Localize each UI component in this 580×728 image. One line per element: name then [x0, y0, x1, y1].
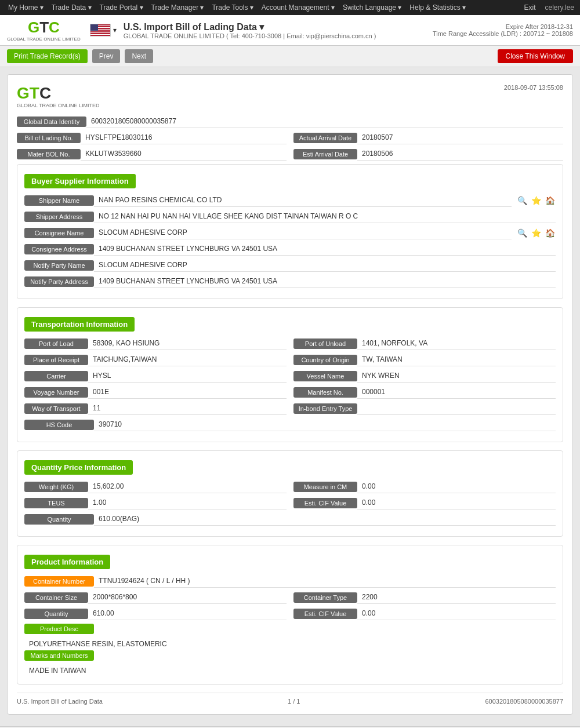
shipper-name-label: Shipper Name — [24, 195, 94, 206]
record-footer: U.S. Import Bill of Lading Data 1 / 1 60… — [17, 693, 563, 705]
nav-my-home[interactable]: My Home ▾ — [5, 0, 47, 15]
voyage-manifest-row: Voyage Number 001E Manifest No. 000001 — [24, 386, 556, 399]
way-transport-label: Way of Transport — [24, 403, 88, 414]
teus-half: TEUS 1.00 — [24, 497, 287, 509]
esti-cif-label: Esti. CIF Value — [293, 498, 357, 508]
place-receipt-value: TAICHUNG,TAIWAN — [88, 354, 287, 366]
port-row: Port of Load 58309, KAO HSIUNG Port of U… — [24, 337, 556, 350]
company-logo: GTC GLOBAL TRADE ONLINE LIMITED — [7, 19, 81, 42]
transportation-header: Transportation Information — [24, 317, 135, 332]
container-size-half: Container Size 2000*806*800 — [24, 591, 287, 604]
nav-help-statistics[interactable]: Help & Statistics ▾ — [406, 0, 469, 15]
esti-cif-half: Esti. CIF Value 0.00 — [293, 497, 556, 509]
logo-gtc-text: GTC — [28, 19, 60, 37]
global-data-identity-row: Global Data Identity 6003201805080000035… — [17, 115, 563, 128]
carrier-vessel-row: Carrier HYSL Vessel Name NYK WREN — [24, 370, 556, 383]
nav-trade-data[interactable]: Trade Data ▾ — [48, 0, 95, 15]
prev-button[interactable]: Prev — [92, 49, 121, 63]
next-button[interactable]: Next — [125, 49, 153, 63]
place-receipt-label: Place of Receipt — [24, 355, 88, 365]
shipper-address-value: NO 12 NAN HAI PU NAN HAI VILLAGE SHEE KA… — [94, 210, 556, 223]
company-info: GLOBAL TRADE ONLINE LIMITED ( Tel: 400-7… — [124, 32, 433, 39]
teus-cif-row: TEUS 1.00 Esti. CIF Value 0.00 — [24, 497, 556, 509]
container-size-type-pair: Container Size 2000*806*800 Container Ty… — [24, 591, 556, 604]
product-qty-half: Quantity 610.00 — [24, 607, 287, 620]
logo-company-name: GLOBAL TRADE ONLINE LIMITED — [7, 37, 81, 42]
footer-center: 1 / 1 — [288, 698, 300, 705]
port-load-half: Port of Load 58309, KAO HSIUNG — [24, 337, 287, 350]
expire-date: Expire After 2018-12-31 — [433, 23, 573, 30]
container-type-half: Container Type 2200 — [293, 591, 556, 604]
print-record-button[interactable]: Print Trade Record(s) — [7, 49, 88, 63]
esti-arrival-label: Esti Arrival Date — [293, 149, 357, 159]
consignee-name-value: SLOCUM ADHESIVE CORP — [94, 227, 512, 239]
consignee-star-icon[interactable]: ⭐ — [530, 227, 542, 239]
global-data-identity-label: Global Data Identity — [17, 117, 86, 127]
country-origin-label: Country of Origin — [293, 355, 357, 365]
shipper-name-field: NAN PAO RESINS CHEMICAL CO LTD 🔍 ⭐ 🏠 — [94, 194, 556, 207]
port-unload-label: Port of Unload — [293, 338, 357, 349]
shipper-star-icon[interactable]: ⭐ — [530, 195, 542, 206]
master-bol-pair: Mater BOL No. KKLUTW3539660 Esti Arrival… — [17, 148, 563, 161]
nav-switch-language[interactable]: Switch Language ▾ — [339, 0, 405, 15]
us-flag-icon — [90, 24, 111, 37]
shipper-home-icon[interactable]: 🏠 — [544, 195, 556, 206]
nav-account-management[interactable]: Account Management ▾ — [258, 0, 338, 15]
card-timestamp: 2018-09-07 13:55:08 — [504, 84, 563, 91]
top-navigation: My Home ▾ Trade Data ▾ Trade Portal ▾ Tr… — [0, 0, 580, 15]
hs-code-row: HS Code 390710 — [24, 418, 556, 431]
teus-value: 1.00 — [88, 497, 287, 509]
marks-numbers-row: Marks and Numbers — [24, 650, 556, 661]
product-qty-value: 610.00 — [88, 607, 287, 620]
shipper-icons: 🔍 ⭐ 🏠 — [516, 195, 556, 206]
hs-code-value: 390710 — [94, 418, 556, 431]
notify-address-label: Notify Party Address — [24, 276, 94, 287]
quantity-value: 610.00(BAG) — [94, 513, 556, 526]
quantity-row: Quantity 610.00(BAG) — [24, 513, 556, 526]
record-card: GTC GLOBAL TRADE ONLINE LIMITED 2018-09-… — [7, 74, 573, 715]
shipper-name-row: Shipper Name NAN PAO RESINS CHEMICAL CO … — [24, 194, 556, 207]
container-number-label: Container Number — [24, 576, 94, 587]
way-transport-half: Way of Transport 11 — [24, 402, 287, 415]
product-desc-value: POLYURETHANSE RESIN, ELASTOMERIC — [24, 638, 556, 650]
place-receipt-half: Place of Receipt TAICHUNG,TAIWAN — [24, 354, 287, 366]
shipper-address-row: Shipper Address NO 12 NAN HAI PU NAN HAI… — [24, 210, 556, 223]
nav-exit[interactable]: Exit — [521, 0, 539, 15]
nav-trade-portal[interactable]: Trade Portal ▾ — [96, 0, 147, 15]
consignee-name-label: Consignee Name — [24, 228, 94, 238]
voyage-number-value: 001E — [88, 386, 287, 399]
transportation-section: Transportation Information Port of Load … — [17, 307, 563, 442]
container-type-value: 2200 — [357, 591, 556, 604]
inbond-entry-value — [357, 402, 556, 415]
shipper-name-value: NAN PAO RESINS CHEMICAL CO LTD — [94, 194, 512, 207]
actual-arrival-label: Actual Arrival Date — [293, 133, 357, 143]
consignee-address-value: 1409 BUCHANAN STREET LYNCHBURG VA 24501 … — [94, 243, 556, 256]
shipper-search-icon[interactable]: 🔍 — [516, 195, 528, 206]
consignee-icons: 🔍 ⭐ 🏠 — [516, 227, 556, 239]
carrier-value: HYSL — [88, 370, 287, 383]
container-number-value: TTNU1924624 ( CN / L / HH ) — [94, 575, 556, 588]
nav-trade-manager[interactable]: Trade Manager ▾ — [148, 0, 208, 15]
global-data-identity-value: 6003201805080000035877 — [86, 115, 563, 128]
weight-measure-pair: Weight (KG) 15,602.00 Measure in CM 0.00 — [24, 481, 556, 493]
close-window-button[interactable]: Close This Window — [498, 49, 573, 63]
teus-cif-pair: TEUS 1.00 Esti. CIF Value 0.00 — [24, 497, 556, 509]
vessel-name-value: NYK WREN — [357, 370, 556, 383]
esti-arrival-half: Esti Arrival Date 20180506 — [293, 148, 563, 161]
marks-numbers-value: MADE IN TAIWAN — [24, 664, 556, 677]
master-bol-half: Mater BOL No. KKLUTW3539660 — [17, 148, 287, 161]
bol-arrival-row: Bill of Lading No. HYSLFTPE18030116 Actu… — [17, 132, 563, 144]
master-bol-value: KKLUTW3539660 — [81, 148, 287, 161]
flag-dropdown-icon[interactable]: ▾ — [113, 26, 117, 34]
consignee-address-row: Consignee Address 1409 BUCHANAN STREET L… — [24, 243, 556, 256]
nav-trade-tools[interactable]: Trade Tools ▾ — [208, 0, 256, 15]
shipper-address-label: Shipper Address — [24, 212, 94, 222]
way-inbond-pair: Way of Transport 11 In-bond Entry Type — [24, 402, 556, 415]
consignee-search-icon[interactable]: 🔍 — [516, 227, 528, 239]
inbond-half: In-bond Entry Type — [293, 402, 556, 415]
country-origin-value: TW, TAIWAN — [357, 354, 556, 366]
container-number-row: Container Number TTNU1924624 ( CN / L / … — [24, 575, 556, 588]
ldr-range: Time Range Accessible (LDR) : 200712 ~ 2… — [433, 30, 573, 37]
container-size-label: Container Size — [24, 592, 88, 603]
consignee-home-icon[interactable]: 🏠 — [544, 227, 556, 239]
